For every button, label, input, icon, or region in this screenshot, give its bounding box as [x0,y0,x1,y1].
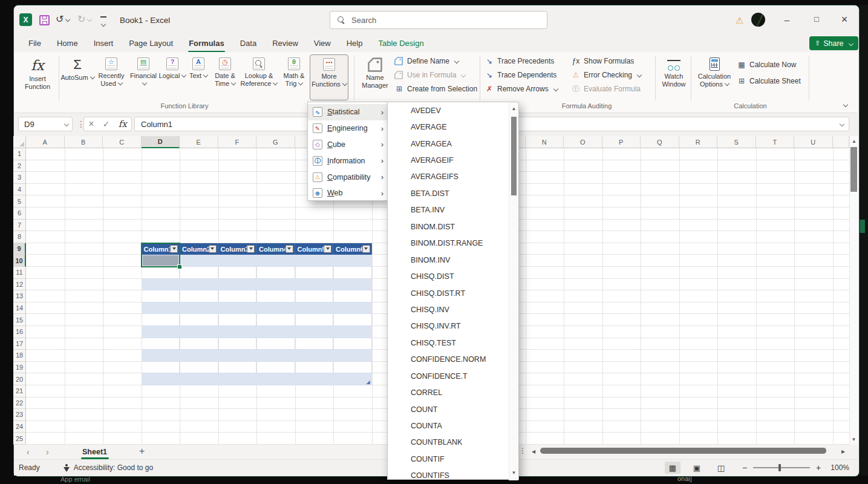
row-header-23[interactable]: 23 [13,409,26,421]
date-time-button[interactable]: ◷Date &Time [210,54,240,100]
column-header-E[interactable]: E [180,136,218,148]
function-item-count[interactable]: COUNT [388,401,518,417]
calculation-options-button[interactable]: CalculationOptions [694,54,734,100]
hscroll-left-icon[interactable]: ◀ [530,449,537,454]
table-row-17[interactable] [142,338,372,350]
scroll-up-icon[interactable]: ▲ [850,139,858,144]
tab-view[interactable]: View [306,35,339,51]
column-header-A[interactable]: A [26,136,65,148]
table-row-20[interactable] [142,373,372,385]
function-item-counta[interactable]: COUNTA [388,417,518,434]
name-manager-button[interactable]: NameManager [358,54,392,100]
row-header-22[interactable]: 22 [13,397,26,410]
table-resize-handle[interactable]: ◢ [367,380,370,385]
row-header-4[interactable]: 4 [13,184,26,196]
row-header-17[interactable]: 17 [13,338,26,350]
column-header-B[interactable]: B [65,136,103,148]
list-scroll-up-icon[interactable]: ▲ [509,106,518,111]
collapse-ribbon-icon[interactable] [841,99,847,110]
function-item-countblank[interactable]: COUNTBLANK [388,434,518,451]
row-header-18[interactable]: 18 [13,350,26,362]
function-item-chisq.test[interactable]: CHISQ.TEST [388,335,518,351]
row-header-1[interactable]: 1 [13,148,26,160]
table-header-column5[interactable]: Column5 [295,243,334,255]
tab-formulas[interactable]: Formulas [181,35,232,51]
trace-dependents-button[interactable]: ↘Trace Dependents [485,71,558,79]
function-item-countif[interactable]: COUNTIF [388,451,518,467]
row-header-15[interactable]: 15 [13,314,26,326]
warning-icon[interactable]: ⚠ [736,15,743,26]
function-item-averageif[interactable]: AVERAGEIF [388,152,518,168]
function-item-binom.dist[interactable]: BINOM.DIST [388,218,518,235]
table-row-14[interactable] [142,302,372,315]
zoom-out-button[interactable]: − [742,463,747,473]
redo-button[interactable]: ↻ [77,15,91,24]
function-item-chisq.inv[interactable]: CHISQ.INV [388,301,518,318]
zoom-in-button[interactable]: + [816,463,821,473]
column-header-S[interactable]: S [717,136,756,148]
filter-dropdown-column3[interactable] [247,245,255,253]
save-icon[interactable] [39,15,50,25]
table-header-column6[interactable]: Column6 [333,243,372,255]
menu-item-information[interactable]: ⓘInformation› [308,152,387,169]
column-header-N[interactable]: N [526,136,564,148]
column-header-C[interactable]: C [103,136,142,148]
function-item-correl[interactable]: CORREL [388,384,518,401]
filter-dropdown-column1[interactable] [170,245,178,253]
calculate-now-button[interactable]: ▦Calculate Now [737,60,801,69]
table-row-18[interactable] [142,350,372,362]
error-checking-button[interactable]: ⚠Error Checking [571,71,641,79]
row-header-24[interactable]: 24 [13,421,26,433]
zoom-slider-track-right[interactable] [781,467,810,468]
customize-quick-access-toolbar-button[interactable] [100,16,106,30]
view-page-layout-button[interactable]: ▣ [689,462,705,474]
row-header-7[interactable]: 7 [13,220,26,232]
table-row-16[interactable] [142,326,372,338]
column-header-O[interactable]: O [564,136,602,148]
recently-used-button[interactable]: ☆RecentlyUsed [94,54,128,100]
row-header-9[interactable]: 9 [13,243,26,255]
table-row-12[interactable] [142,279,372,291]
zoom-slider-track-left[interactable] [753,467,778,468]
function-item-chisq.inv.rt[interactable]: CHISQ.INV.RT [388,318,518,335]
column-header-partial[interactable] [833,136,850,148]
row-header-11[interactable]: 11 [13,267,26,279]
row-header-25[interactable]: 25 [13,433,26,445]
select-all-corner[interactable] [13,136,26,148]
function-item-averagea[interactable]: AVERAGEA [388,136,518,152]
remove-arrows-button[interactable]: ✗Remove Arrows [485,85,558,93]
list-scroll-down-icon[interactable]: ▼ [509,470,518,476]
row-header-10[interactable]: 10 [13,255,26,267]
define-name-button[interactable]: Define Name [394,57,477,65]
column-header-T[interactable]: T [756,136,795,148]
row-header-6[interactable]: 6 [13,208,26,220]
row-header-12[interactable]: 12 [13,279,26,291]
close-button[interactable]: × [835,13,853,26]
table-header-column3[interactable]: Column3 [218,243,257,255]
row-header-5[interactable]: 5 [13,195,26,208]
table-header-column4[interactable]: Column4 [256,243,295,255]
column-header-R[interactable]: R [679,136,718,148]
autosum-button[interactable]: ΣAutoSum [60,54,94,100]
filter-dropdown-column6[interactable] [362,245,370,253]
maximize-button[interactable]: □ [808,15,826,24]
filter-dropdown-column2[interactable] [209,245,217,253]
function-item-binom.dist.range[interactable]: BINOM.DIST.RANGE [388,235,518,252]
calculate-sheet-button[interactable]: ⊞Calculate Sheet [737,77,801,85]
math-trig-button[interactable]: θMath &Trig [278,54,310,100]
function-item-confidence.norm[interactable]: CONFIDENCE.NORM [388,352,518,368]
function-item-countifs[interactable]: COUNTIFS [388,468,518,484]
menu-item-engineering[interactable]: ✎Engineering› [308,120,387,137]
menu-item-compatibility[interactable]: ⚠Compatibility› [308,169,387,185]
tab-page-layout[interactable]: Page Layout [121,35,181,51]
accessibility-status[interactable]: Accessibility: Good to go [74,463,153,472]
tab-review[interactable]: Review [264,35,306,51]
tab-insert[interactable]: Insert [86,35,122,51]
insert-function-fx-icon[interactable]: fx [119,119,127,129]
cancel-icon[interactable]: × [88,119,94,129]
column-header-U[interactable]: U [794,136,833,148]
enter-icon[interactable]: ✓ [103,119,110,129]
function-item-averageifs[interactable]: AVERAGEIFS [388,169,518,185]
row-header-19[interactable]: 19 [13,362,26,374]
logical-button[interactable]: ?Logical [158,54,186,100]
